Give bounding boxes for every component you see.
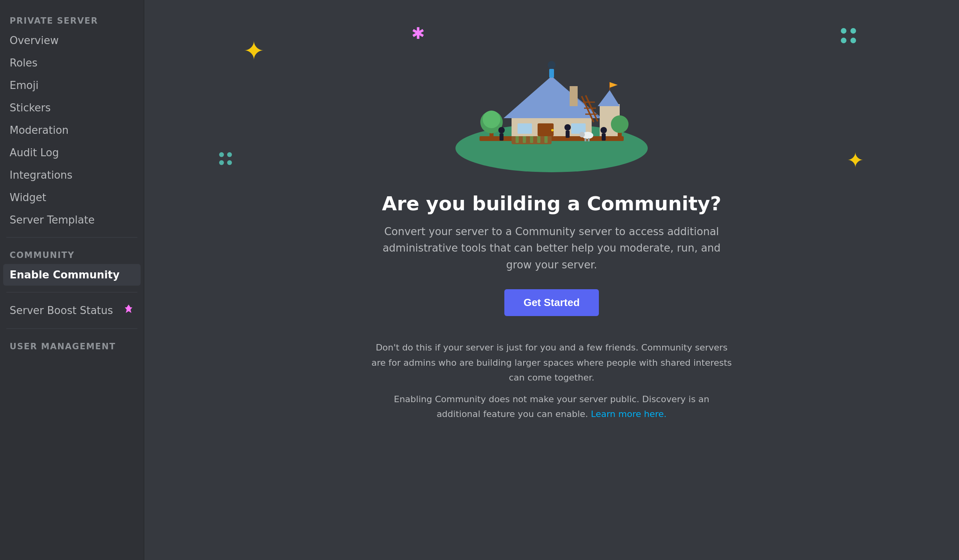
svg-point-24 xyxy=(611,115,629,133)
svg-rect-33 xyxy=(566,131,570,138)
svg-point-32 xyxy=(564,124,571,131)
sidebar-item-integrations[interactable]: Integrations xyxy=(3,164,141,186)
sidebar-item-emoji[interactable]: Emoji xyxy=(3,75,141,96)
sidebar-item-roles[interactable]: Roles xyxy=(3,52,141,74)
svg-marker-9 xyxy=(504,76,600,118)
svg-rect-35 xyxy=(602,133,606,141)
sidebar-item-stickers[interactable]: Stickers xyxy=(3,97,141,119)
page-title: Are you building a Community? xyxy=(382,192,721,216)
sidebar-item-server-template[interactable]: Server Template xyxy=(3,209,141,231)
sidebar-item-label: Overview xyxy=(10,34,58,46)
sidebar-item-label: Server Boost Status xyxy=(10,304,113,316)
main-content: ✦ ✱ ✦ xyxy=(144,0,959,560)
svg-marker-19 xyxy=(610,82,618,88)
svg-point-39 xyxy=(579,132,585,137)
svg-rect-15 xyxy=(570,86,578,106)
svg-point-22 xyxy=(483,111,500,128)
page-subtitle: Convert your server to a Community serve… xyxy=(371,224,732,274)
content-area: ✦ ✱ ✦ xyxy=(331,24,772,428)
svg-point-12 xyxy=(551,129,554,131)
sidebar-item-label: Widget xyxy=(10,191,46,203)
sidebar-item-label: Roles xyxy=(10,57,38,69)
sidebar-item-label: Emoji xyxy=(10,79,38,91)
boost-icon xyxy=(123,304,134,317)
svg-rect-41 xyxy=(588,138,590,141)
dots-teal-top-right-icon xyxy=(841,28,856,43)
sidebar: PRIVATE SERVER Overview Roles Emoji Stic… xyxy=(0,0,144,560)
sidebar-item-label: Server Template xyxy=(10,214,95,226)
sparkle-yellow-mid-right-icon: ✦ xyxy=(846,148,864,172)
sidebar-item-overview[interactable]: Overview xyxy=(3,30,141,51)
divider-2 xyxy=(6,292,137,292)
sidebar-item-label: Moderation xyxy=(10,124,68,136)
sidebar-item-widget[interactable]: Widget xyxy=(3,187,141,208)
svg-rect-40 xyxy=(584,138,586,141)
get-started-button[interactable]: Get Started xyxy=(504,289,599,316)
sidebar-item-server-boost-status[interactable]: Server Boost Status xyxy=(3,299,141,322)
sidebar-item-label: Integrations xyxy=(10,169,73,181)
divider-1 xyxy=(6,237,137,238)
sparkle-yellow-top-left-icon: ✦ xyxy=(243,36,265,66)
sidebar-item-label: Stickers xyxy=(10,102,51,114)
bottom-text-2: Enabling Community does not make your se… xyxy=(371,392,732,422)
svg-rect-13 xyxy=(518,123,532,134)
sidebar-item-enable-community[interactable]: Enable Community xyxy=(3,264,141,286)
bottom-text-1: Don't do this if your server is just for… xyxy=(371,340,732,385)
dots-teal-mid-left-icon xyxy=(219,152,232,165)
sparkle-pink-top-center-icon: ✱ xyxy=(411,24,425,42)
svg-point-36 xyxy=(548,61,556,69)
divider-3 xyxy=(6,328,137,329)
hero-illustration xyxy=(431,24,672,176)
svg-point-30 xyxy=(498,127,505,133)
sidebar-item-label: Audit Log xyxy=(10,147,59,159)
learn-more-link[interactable]: Learn more here. xyxy=(591,409,667,419)
section-label-private-server: PRIVATE SERVER xyxy=(3,10,141,29)
section-label-community: COMMUNITY xyxy=(3,244,141,263)
sidebar-item-label: Enable Community xyxy=(10,269,119,281)
svg-rect-11 xyxy=(538,123,554,136)
sidebar-item-moderation[interactable]: Moderation xyxy=(3,119,141,141)
sidebar-item-audit-log[interactable]: Audit Log xyxy=(3,142,141,163)
section-label-user-management: USER MANAGEMENT xyxy=(3,335,141,355)
svg-rect-37 xyxy=(549,69,554,78)
svg-point-34 xyxy=(600,127,607,133)
svg-marker-17 xyxy=(598,90,620,106)
svg-rect-31 xyxy=(500,133,504,141)
